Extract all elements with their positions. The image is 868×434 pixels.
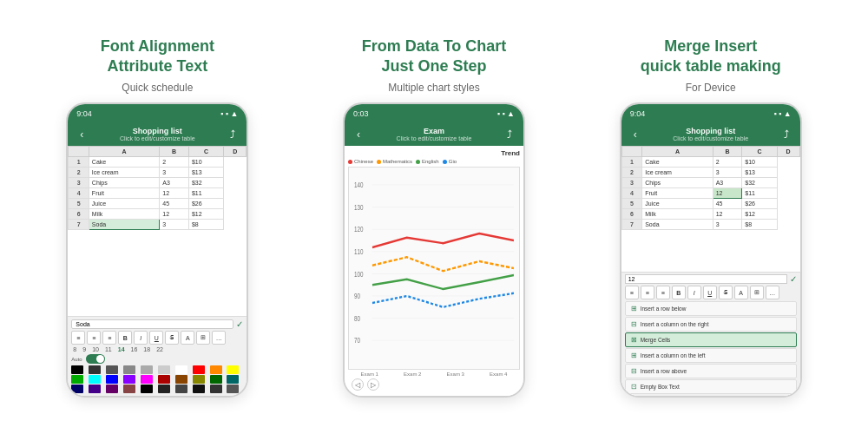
table-cell[interactable]: $13 xyxy=(742,168,777,178)
table-cell[interactable]: 3 xyxy=(713,168,742,178)
table-cell[interactable]: 12 xyxy=(160,209,189,220)
table-cell[interactable]: 45 xyxy=(713,199,742,209)
table-cell[interactable]: $12 xyxy=(742,209,777,220)
color-swatch[interactable] xyxy=(227,385,239,393)
table-cell[interactable]: Milk xyxy=(89,209,159,220)
color-swatch[interactable] xyxy=(141,375,153,384)
table-cell[interactable]: $8 xyxy=(188,220,223,230)
merge-confirm-btn[interactable]: ✓ xyxy=(790,274,797,284)
color-swatch[interactable] xyxy=(193,385,205,393)
chart-next-btn[interactable]: ▷ xyxy=(367,378,379,391)
back-btn-2[interactable]: ‹ xyxy=(352,128,365,141)
color-swatch[interactable] xyxy=(123,385,135,393)
font-8[interactable]: 8 xyxy=(71,346,78,352)
action-item[interactable]: ⊟Insert a row above xyxy=(625,364,797,378)
table-cell[interactable]: 3 xyxy=(713,220,742,230)
align-left-btn[interactable]: ≡ xyxy=(71,331,85,345)
color-swatch[interactable] xyxy=(210,365,222,374)
table-cell[interactable]: Milk xyxy=(642,209,713,220)
table-cell[interactable]: $26 xyxy=(742,199,777,209)
color-swatch[interactable] xyxy=(158,375,170,384)
table-cell[interactable]: Chips xyxy=(89,178,159,188)
mmerge[interactable]: ⊞ xyxy=(750,286,764,299)
table-cell[interactable]: $10 xyxy=(188,157,223,168)
table-cell[interactable]: 12 xyxy=(713,188,742,199)
color-swatch[interactable] xyxy=(227,365,239,374)
color-swatch[interactable] xyxy=(158,365,170,374)
color-swatch[interactable] xyxy=(141,385,153,393)
table-cell[interactable]: $12 xyxy=(188,209,223,220)
table-cell[interactable]: 3 xyxy=(160,168,189,178)
font-style-btn[interactable]: A xyxy=(181,331,194,345)
back-btn-3[interactable]: ‹ xyxy=(628,128,642,141)
font-10[interactable]: 10 xyxy=(90,346,101,352)
action-item[interactable]: ⊞Insert a column on the left xyxy=(625,348,797,363)
table-cell[interactable]: Soda xyxy=(89,220,159,230)
align-center-btn[interactable]: ≡ xyxy=(87,331,101,345)
table-cell[interactable]: 12 xyxy=(160,188,189,199)
mmore[interactable]: … xyxy=(766,286,779,299)
table-cell[interactable]: 3 xyxy=(160,220,189,230)
back-btn-1[interactable]: ‹ xyxy=(75,128,89,141)
table-cell[interactable]: Chips xyxy=(642,178,713,188)
table-cell[interactable]: Ice cream xyxy=(89,168,159,178)
mitalic[interactable]: I xyxy=(687,286,701,299)
color-swatch[interactable] xyxy=(193,375,205,384)
color-swatch[interactable] xyxy=(123,375,135,384)
color-swatch[interactable] xyxy=(71,375,83,384)
table-cell[interactable]: $11 xyxy=(188,188,223,199)
chart-prev-btn[interactable]: ◁ xyxy=(352,378,364,391)
action-item[interactable]: ⊡Empty Box Text xyxy=(625,379,797,394)
color-swatch[interactable] xyxy=(123,365,135,374)
table-cell[interactable]: $13 xyxy=(188,168,223,178)
font-18[interactable]: 18 xyxy=(141,346,152,352)
merge-cell-input[interactable]: 12 xyxy=(625,274,787,284)
action-item[interactable]: ⊟Insert a column on the right xyxy=(625,317,797,332)
table-cell[interactable]: $26 xyxy=(188,199,223,209)
munderline[interactable]: U xyxy=(703,286,717,299)
table-cell[interactable]: Ice cream xyxy=(642,168,713,178)
malign-right[interactable]: ≡ xyxy=(656,286,670,299)
share-btn-2[interactable]: ⤴ xyxy=(503,128,516,141)
color-swatch[interactable] xyxy=(89,375,101,384)
table-cell[interactable]: Cake xyxy=(89,157,159,168)
table-cell[interactable]: Cake xyxy=(642,157,713,168)
malign-left[interactable]: ≡ xyxy=(625,286,639,299)
color-swatch[interactable] xyxy=(175,385,187,393)
align-right-btn[interactable]: ≡ xyxy=(102,331,116,345)
malign-center[interactable]: ≡ xyxy=(641,286,654,299)
color-swatch[interactable] xyxy=(210,375,222,384)
table-cell[interactable]: 45 xyxy=(160,199,189,209)
mstrike[interactable]: S̶ xyxy=(719,286,733,299)
color-swatch[interactable] xyxy=(89,385,101,393)
table-cell[interactable]: $10 xyxy=(742,157,777,168)
color-swatch[interactable] xyxy=(106,375,118,384)
table-cell[interactable]: $11 xyxy=(742,188,777,199)
auto-toggle[interactable] xyxy=(86,354,105,364)
confirm-btn-1[interactable]: ✓ xyxy=(236,319,243,329)
font-16[interactable]: 16 xyxy=(129,346,140,352)
mbold[interactable]: B xyxy=(672,286,686,299)
table-cell[interactable]: 2 xyxy=(160,157,189,168)
share-btn-3[interactable]: ⤴ xyxy=(779,128,793,141)
action-item[interactable]: ⊞Insert a row below xyxy=(625,301,797,316)
color-swatch[interactable] xyxy=(71,385,83,393)
share-btn-1[interactable]: ⤴ xyxy=(226,128,240,141)
table-cell[interactable]: Fruit xyxy=(642,188,713,199)
color-swatch[interactable] xyxy=(106,365,118,374)
font-11[interactable]: 11 xyxy=(103,346,114,352)
table-cell[interactable]: 12 xyxy=(713,209,742,220)
table-cell[interactable]: 2 xyxy=(713,157,742,168)
table-cell[interactable]: Fruit xyxy=(89,188,159,199)
action-item[interactable]: ⊠Merge Cells xyxy=(625,332,797,347)
underline-btn[interactable]: U xyxy=(149,331,163,345)
italic-btn[interactable]: I xyxy=(134,331,148,345)
color-swatch[interactable] xyxy=(71,365,83,374)
color-swatch[interactable] xyxy=(175,365,187,374)
table-cell[interactable]: Juice xyxy=(642,199,713,209)
table-cell[interactable]: A3 xyxy=(160,178,189,188)
color-swatch[interactable] xyxy=(89,365,101,374)
table-cell[interactable]: $32 xyxy=(742,178,777,188)
color-swatch[interactable] xyxy=(210,385,222,393)
font-14[interactable]: 14 xyxy=(116,346,127,352)
